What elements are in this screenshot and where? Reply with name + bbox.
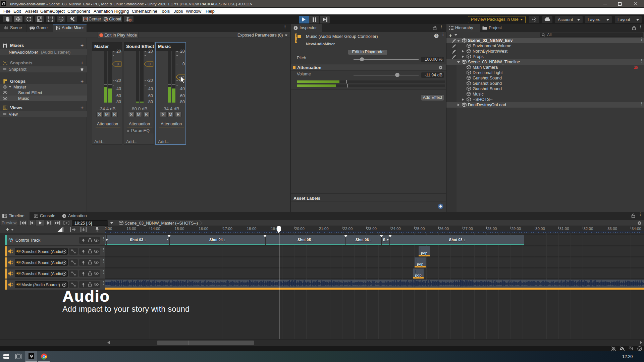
svg-text:0: 0 xyxy=(149,62,151,66)
svg-text:{}: {} xyxy=(11,240,14,243)
svg-text:0: 0 xyxy=(117,62,119,66)
svg-text:?: ? xyxy=(435,34,437,38)
